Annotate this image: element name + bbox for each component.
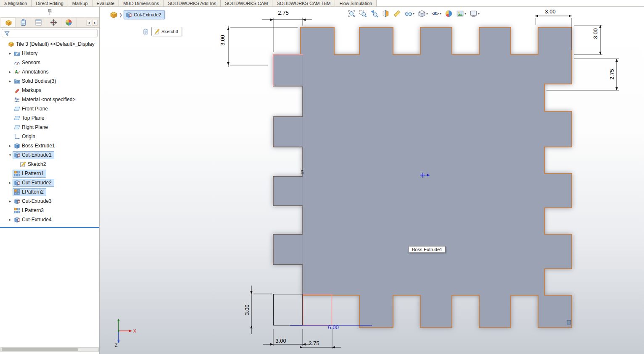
history-icon: [14, 50, 20, 57]
tree-item-right-plane[interactable]: Right Plane: [0, 123, 99, 132]
panel-prev-button[interactable]: ◂: [86, 20, 92, 26]
tree-item-label: Top Plane: [22, 115, 44, 121]
expand-right-icon[interactable]: ▸: [8, 181, 13, 185]
menu-tab-mbd-dimensions[interactable]: MBD Dimensions: [119, 0, 164, 6]
edit-appearance-button[interactable]: [444, 9, 454, 18]
cut-region-outline[interactable]: [274, 294, 303, 325]
sketch-rectangle[interactable]: [303, 294, 332, 325]
sketch-icon: [20, 161, 26, 168]
hide-show-items-button[interactable]: ▾: [404, 9, 415, 18]
tree-item-label: Markups: [22, 87, 41, 93]
model-scene[interactable]: 2.75 3.00 3.00 3.00: [100, 7, 644, 354]
menu-tab-solidworks-cam[interactable]: SOLIDWORKS CAM: [221, 0, 272, 6]
section-view-button[interactable]: [381, 9, 391, 18]
tree-item-cut-extrude2[interactable]: ▸Cut-Extrude2: [0, 178, 99, 187]
zoom-to-fit-button[interactable]: [347, 9, 356, 18]
breadcrumb-feature-chip[interactable]: Cut-Extrude2: [124, 10, 165, 19]
tree-item-cut-extrude3[interactable]: ▸Cut-Extrude3: [0, 197, 99, 206]
expand-right-icon[interactable]: ▸: [8, 51, 13, 55]
menu-tab-flow-simulation[interactable]: Flow Simulation: [335, 0, 377, 6]
scrollbar-thumb[interactable]: [2, 348, 78, 351]
tree-item-sensors[interactable]: Sensors: [0, 58, 99, 67]
tree-item-cut-extrude1[interactable]: ▾Cut-Extrude1: [0, 150, 99, 160]
apply-scene-button[interactable]: ▾: [455, 9, 467, 18]
tree-item-label: LPattern1: [22, 170, 44, 176]
tree-item-origin[interactable]: Origin: [0, 132, 99, 141]
configuration-manager-tab[interactable]: [31, 18, 46, 27]
pin-icon[interactable]: [46, 8, 53, 16]
solid-bodies-icon: [14, 78, 20, 84]
tree-item-solid-bodies-3[interactable]: ▸Solid Bodies(3): [0, 76, 99, 86]
filter-funnel-icon[interactable]: [4, 30, 10, 37]
filter-box[interactable]: [2, 29, 98, 37]
dimension-right-upper[interactable]: 3.00: [574, 25, 602, 55]
dimension-bottom-width[interactable]: 3.00: [263, 329, 312, 346]
sketch-breadcrumb: Sketch3: [143, 27, 182, 36]
tree-item-label: Material <not specified>: [22, 97, 75, 102]
dropdown-caret-icon[interactable]: ▾: [478, 12, 480, 16]
dropdown-caret-icon[interactable]: ▾: [465, 12, 466, 16]
tree-item-history[interactable]: ▸History: [0, 49, 99, 58]
menu-tab-direct-editing[interactable]: Direct Editing: [32, 0, 68, 6]
cube-icon: [418, 10, 426, 18]
menu-tab-a-migration[interactable]: a Migration: [0, 0, 32, 6]
feature-manager-panel: ◂▸ Tile 3 (Default) <<Default>_Display▸H…: [0, 7, 100, 354]
display-style-button[interactable]: ▾: [417, 9, 429, 18]
dimension-bottom-left-vertical[interactable]: 3.00: [244, 286, 272, 334]
tree-item-tile-3-default-default-display[interactable]: Tile 3 (Default) <<Default>_Display: [0, 39, 99, 49]
expand-right-icon[interactable]: ▸: [8, 70, 13, 74]
tree-item-material-not-specified[interactable]: Material <not specified>: [0, 95, 99, 104]
feature-manager-tab[interactable]: [1, 18, 16, 27]
tree-item-label: Cut-Extrude4: [22, 217, 52, 223]
pattern-icon: [14, 207, 20, 214]
tree-item-markups[interactable]: Markups: [0, 86, 99, 95]
previous-view-button[interactable]: [370, 9, 379, 18]
panel-next-button[interactable]: ▸: [92, 20, 98, 26]
dropdown-caret-icon[interactable]: ▾: [426, 12, 428, 16]
panel-horizontal-scrollbar[interactable]: [0, 347, 99, 352]
property-manager-tab[interactable]: [16, 18, 31, 27]
menu-tab-solidworks-cam-tbm[interactable]: SOLIDWORKS CAM TBM: [272, 0, 335, 6]
vertex-handle[interactable]: [567, 320, 571, 324]
tree-item-label: Boss-Extrude1: [22, 143, 55, 149]
expand-right-icon[interactable]: ▸: [8, 144, 13, 148]
menu-tab-evaluate[interactable]: Evaluate: [92, 0, 119, 6]
plane-icon: [14, 106, 20, 112]
tree-filter-input[interactable]: [12, 30, 95, 37]
tree-item-lpattern3[interactable]: LPattern3: [0, 206, 99, 215]
display-manager-tab[interactable]: [61, 18, 77, 27]
dimension-bottom-offset[interactable]: 2.75: [300, 328, 341, 349]
expand-right-icon[interactable]: ▸: [8, 218, 13, 222]
tree-item-lpattern1[interactable]: LPattern1: [0, 169, 99, 178]
tree-item-label: LPattern2: [22, 189, 44, 195]
view-display-button[interactable]: ▾: [469, 9, 480, 18]
tree-item-lpattern2[interactable]: LPattern2: [0, 187, 99, 197]
measure-button[interactable]: [392, 9, 402, 18]
tree-item-front-plane[interactable]: Front Plane: [0, 104, 99, 113]
rollback-bar[interactable]: [0, 227, 99, 228]
menu-tab-solidworks-add-ins[interactable]: SOLIDWORKS Add-Ins: [164, 0, 221, 6]
dimxpert-manager-tab[interactable]: [46, 18, 61, 27]
tree-item-top-plane[interactable]: Top Plane: [0, 113, 99, 123]
edge-digit: 5: [301, 169, 304, 176]
expand-right-icon[interactable]: ▸: [8, 199, 13, 203]
triad-x-label: X: [133, 328, 137, 333]
dropdown-caret-icon[interactable]: ▾: [413, 12, 414, 16]
tree-item-label: Solid Bodies(3): [22, 78, 56, 84]
zoom-to-area-button[interactable]: [358, 9, 368, 18]
graphics-area[interactable]: 2.75 3.00 3.00 3.00: [100, 7, 644, 354]
breadcrumb-part-icon[interactable]: [110, 11, 118, 19]
tree-item-cut-extrude4[interactable]: ▸Cut-Extrude4: [0, 215, 99, 224]
breadcrumb-sketch-chip[interactable]: Sketch3: [151, 27, 182, 36]
breadcrumb-feature-label: Cut-Extrude2: [134, 12, 161, 17]
view-settings-button[interactable]: ▾: [430, 9, 442, 18]
dropdown-caret-icon[interactable]: ▾: [440, 12, 441, 16]
menu-tab-markup[interactable]: Markup: [68, 0, 92, 6]
material-icon: [14, 97, 20, 103]
svg-text:3.00: 3.00: [219, 35, 226, 45]
tree-item-sketch2[interactable]: Sketch2: [0, 160, 99, 169]
expand-down-icon[interactable]: ▾: [8, 153, 13, 157]
tree-item-boss-extrude1[interactable]: ▸Boss-Extrude1: [0, 141, 99, 150]
tree-item-annotations[interactable]: ▸Annotations: [0, 67, 99, 76]
expand-right-icon[interactable]: ▸: [8, 79, 13, 83]
